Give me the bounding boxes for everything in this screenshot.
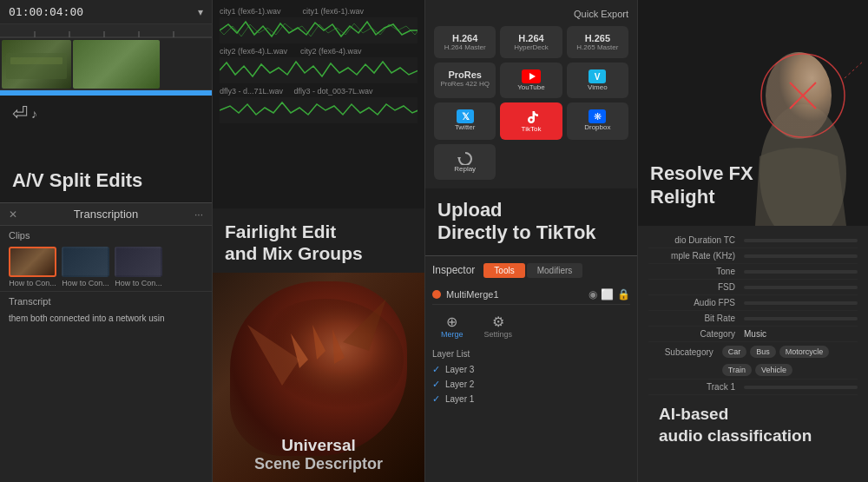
prop-bar-fsd <box>744 286 858 289</box>
waveform-label-2: city2 (fex6-4).L.wav city2 (fex6-4).wav <box>220 47 418 56</box>
prop-subcategory: Subcategory Car Bus Motorcycle Train Veh… <box>648 342 858 380</box>
node-info: MultiMerge1 <box>432 289 499 300</box>
more-icon[interactable]: ··· <box>194 208 203 221</box>
tab-tools[interactable]: Tools <box>483 263 524 278</box>
prop-bar-fps <box>744 301 858 305</box>
dropbox-icon: ❋ <box>589 109 606 123</box>
node-action-2[interactable]: ⬜ <box>601 288 614 300</box>
export-replay[interactable]: Replay <box>434 144 496 180</box>
svg-text:❋: ❋ <box>594 111 602 122</box>
panel-tiktok: Quick Export H.264 H.264 Master H.264 Hy… <box>425 0 638 482</box>
panel-av-split: 01:00:04:00 ▾ <box>0 0 213 482</box>
waveform-label-3: dfly3 - d...71L.wav dfly3 - dot_003-7L.w… <box>220 87 418 96</box>
merge-tab-merge[interactable]: ⊕ Merge <box>432 310 472 342</box>
clips-label: Clips <box>0 226 212 243</box>
node-actions: ◉ ⬜ 🔒 <box>589 288 630 300</box>
waveform-bar-3 <box>220 97 418 123</box>
export-vimeo[interactable]: V Vimeo <box>567 63 628 98</box>
prop-tone: Tone <box>648 264 858 280</box>
ai-label: AI-based audio classification <box>648 395 858 450</box>
export-youtube[interactable]: YouTube <box>500 63 562 98</box>
vimeo-label: Vimeo <box>588 83 608 91</box>
prop-category: Category Music <box>648 327 858 342</box>
quick-export-header: Quick Export <box>434 9 628 19</box>
universal-title: Universal <box>254 436 383 455</box>
export-prores-sub: ProRes 422 HQ <box>437 80 492 88</box>
chevron-down-icon[interactable]: ▾ <box>198 6 203 18</box>
layer-label-2: Layer 2 <box>445 380 474 389</box>
inspector-header: Inspector Tools Modifiers <box>432 263 630 278</box>
timeline-header: 01:00:04:00 ▾ <box>0 0 212 24</box>
twitter-label: Twitter <box>455 123 476 131</box>
inspector-title: Inspector <box>432 264 475 276</box>
layer-item-1: ✓ Layer 1 <box>432 392 630 406</box>
prop-bit-rate: Bit Rate <box>648 311 858 327</box>
layer-check-1: ✓ <box>432 393 440 405</box>
node-name: MultiMerge1 <box>446 289 499 300</box>
clip-image-3 <box>115 247 162 277</box>
tag-group: Car Bus Motorcycle Train Vehicle <box>722 346 858 376</box>
settings-tab-label: Settings <box>484 330 513 339</box>
tiktok-label: TikTok <box>522 125 542 133</box>
prop-label-fsd: FSD <box>648 282 744 292</box>
transcription-title: Transcription <box>74 208 139 221</box>
music-icon: ♪ <box>31 107 37 121</box>
svg-text:𝕏: 𝕏 <box>461 111 469 122</box>
prop-audio-fps: Audio FPS <box>648 295 858 311</box>
svg-point-26 <box>766 52 832 139</box>
prop-label-category: Category <box>648 329 744 339</box>
merge-tab-settings[interactable]: ⚙ Settings <box>476 310 522 342</box>
node-action-1[interactable]: ◉ <box>589 288 597 300</box>
svg-text:V: V <box>595 72 601 82</box>
node-action-3[interactable]: 🔒 <box>617 288 630 300</box>
export-hyperdeck-label: H.264 <box>503 33 558 43</box>
layer-item-3: ✓ Layer 3 <box>432 362 630 377</box>
inspector-section: Inspector Tools Modifiers MultiMerge1 ◉ … <box>425 255 637 482</box>
prop-label-audio-fps: Audio FPS <box>648 298 744 307</box>
universal-label: Universal Scene Descriptor <box>254 436 383 473</box>
replay-label: Replay <box>454 165 476 173</box>
merge-tab-label: Merge <box>441 330 464 339</box>
panel-resolve-fx: Resolve FX Relight dio Duration TC mple … <box>638 0 868 482</box>
properties-panel: dio Duration TC mple Rate (KHz) Tone FSD… <box>638 226 868 482</box>
svg-rect-9 <box>10 57 62 64</box>
export-h264-label: H.264 <box>437 33 492 43</box>
clip-image-2 <box>62 247 109 277</box>
fairlight-waveform-area: city1 (fex6-1).wav city1 (fex6-1).wav ci… <box>213 0 424 208</box>
prop-bar-audio <box>744 239 858 242</box>
export-h264-master[interactable]: H.264 H.264 Master <box>434 26 496 58</box>
layer-check-2: ✓ <box>432 379 440 390</box>
export-dropbox[interactable]: ❋ Dropbox <box>567 102 628 140</box>
replay-icon <box>457 151 473 165</box>
tiktok-icon <box>523 109 539 125</box>
export-h264-sub: H.264 Master <box>437 43 492 51</box>
clip-thumb-1[interactable]: How to Con... <box>9 247 56 287</box>
tag-train: Train <box>722 364 752 376</box>
export-h265[interactable]: H.265 H.265 Master <box>567 26 628 58</box>
node-row: MultiMerge1 ◉ ⬜ 🔒 <box>432 285 630 305</box>
av-split-title: A/V Split Edits <box>0 159 212 202</box>
export-twitter[interactable]: 𝕏 Twitter <box>434 102 496 140</box>
close-button[interactable]: ✕ <box>9 208 17 221</box>
clip-image-1 <box>9 247 56 277</box>
prop-label-subcategory: Subcategory <box>648 346 722 357</box>
export-hyperdeck[interactable]: H.264 HyperDeck <box>500 26 562 58</box>
video-track <box>0 38 212 90</box>
settings-icon: ⚙ <box>492 314 504 330</box>
prop-track1: Track 1 <box>648 380 858 395</box>
transcription-header: ✕ Transcription ··· <box>0 203 212 226</box>
tab-modifiers[interactable]: Modifiers <box>527 263 583 278</box>
clip-thumb-2[interactable]: How to Con... <box>62 247 109 287</box>
svg-rect-12 <box>220 97 418 123</box>
clip-thumb-3[interactable]: How to Con... <box>115 247 162 287</box>
svg-marker-23 <box>457 157 461 161</box>
tag-bus: Bus <box>750 346 776 358</box>
timeline-ruler <box>0 24 212 38</box>
svg-rect-0 <box>0 24 212 38</box>
twitter-icon: 𝕏 <box>457 109 474 123</box>
svg-rect-11 <box>220 57 418 83</box>
export-tiktok[interactable]: TikTok <box>500 102 562 140</box>
waveform-track-3: dfly3 - d...71L.wav dfly3 - dot_003-7L.w… <box>220 87 418 123</box>
prop-audio-duration: dio Duration TC <box>648 233 858 248</box>
export-prores[interactable]: ProRes ProRes 422 HQ <box>434 63 496 98</box>
